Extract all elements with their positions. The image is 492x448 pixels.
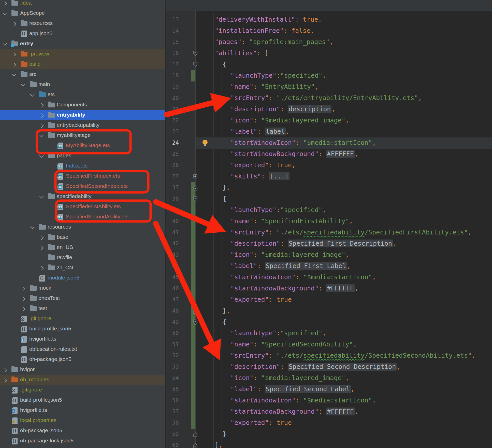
tree-item-test[interactable]: test [0, 303, 165, 314]
line-number[interactable]: 15 [166, 39, 179, 45]
code-line-13[interactable]: 13"deliveryWithInstall": true, [166, 14, 492, 25]
tree-item-mock[interactable]: mock [0, 283, 165, 293]
chevron-down-icon[interactable] [39, 194, 44, 199]
fold-expand-icon[interactable] [193, 174, 198, 179]
line-number[interactable]: 44 [166, 263, 179, 269]
line-number[interactable]: 48 [166, 307, 179, 314]
chevron-right-icon[interactable] [39, 246, 44, 250]
fold-collapse-icon[interactable] [193, 443, 198, 448]
code-line-41[interactable]: 41"srcEntry": "./ets/specifiedability/Sp… [166, 227, 492, 238]
line-number[interactable]: 20 [166, 95, 179, 101]
line-number[interactable]: 58 [166, 419, 179, 426]
tree-item-oh-package-lock-json5[interactable]: {}oh-package-lock.json5 [0, 436, 165, 446]
line-number[interactable]: 49 [166, 319, 179, 325]
code-line-47[interactable]: 47"exported": true [166, 294, 492, 305]
code-line-40[interactable]: 40"name": "SpecifiedFirstAbility", [166, 216, 492, 227]
chevron-right-icon[interactable] [12, 63, 16, 67]
code-line-26[interactable]: 26"exported": true, [166, 160, 492, 171]
chevron-right-icon[interactable] [39, 124, 44, 128]
code-line-22[interactable]: 22"icon": "$media:layered_image", [166, 115, 492, 126]
tree-item-src[interactable]: src [0, 69, 165, 79]
line-number[interactable]: 26 [166, 162, 179, 168]
folded-region[interactable]: #FFFFFF [326, 284, 354, 292]
code-line-21[interactable]: 21"description": description, [166, 104, 492, 115]
line-number[interactable]: 56 [166, 397, 179, 403]
line-number[interactable]: 13 [166, 16, 179, 23]
fold-collapse-icon[interactable] [193, 308, 198, 314]
code-line-25[interactable]: 25"startWindowBackground": #FFFFFF, [166, 149, 492, 160]
code-line-37[interactable]: 37}, [166, 182, 492, 193]
line-number[interactable]: 38 [166, 195, 179, 202]
chevron-down-icon[interactable] [30, 92, 35, 97]
fold-collapse-icon[interactable] [193, 62, 198, 67]
tree-item-specifiedfirstability-ets[interactable]: ETSSpecifiedFirstAbility.ets [0, 202, 165, 212]
code-line-52[interactable]: 52"srcEntry": "./ets/specifiedability/Sp… [166, 350, 492, 361]
line-number[interactable]: 37 [166, 184, 179, 191]
line-number[interactable]: 17 [166, 61, 179, 67]
code-line-56[interactable]: 56"startWindowIcon": "$media:startIcon", [166, 395, 492, 406]
fold-collapse-icon[interactable] [193, 196, 198, 202]
line-number[interactable]: 25 [166, 151, 179, 157]
code-line-38[interactable]: 38{ [166, 193, 492, 205]
code-line-53[interactable]: 53"description": Specified Second Descri… [166, 361, 492, 373]
line-number[interactable]: 40 [166, 218, 179, 224]
code-line-48[interactable]: 48}, [166, 305, 492, 317]
tree-item-components[interactable]: Components [0, 100, 165, 110]
chevron-down-icon[interactable] [30, 225, 35, 229]
folded-region[interactable]: Specified First Description [288, 240, 393, 247]
chevron-down-icon[interactable] [3, 41, 7, 46]
chevron-right-icon[interactable] [39, 266, 44, 271]
tree-item-myabilitystage[interactable]: myabilitystage [0, 130, 165, 141]
chevron-right-icon[interactable] [21, 297, 25, 301]
line-number[interactable]: 47 [166, 296, 179, 303]
tree-item-appscope[interactable]: AppScope [0, 8, 165, 18]
tree-item-ohostest[interactable]: ohosTest [0, 293, 165, 303]
line-number[interactable]: 52 [166, 352, 179, 359]
code-line-15[interactable]: 15"pages": "$profile:main_pages", [166, 37, 492, 48]
code-line-55[interactable]: 55"label": Specified Second Label, [166, 384, 492, 395]
line-number[interactable]: 60 [166, 442, 179, 448]
tree-item-build-profile-json5[interactable]: {}build-profile.json5 [0, 324, 165, 334]
code-line-44[interactable]: 44"label": Specified First Label, [166, 261, 492, 272]
folded-region[interactable]: Specified Second Label [265, 385, 351, 393]
intention-bulb-icon[interactable] [202, 140, 208, 146]
chevron-right-icon[interactable] [21, 287, 25, 291]
tree-item-rawfile[interactable]: rawfile [0, 253, 165, 263]
line-number[interactable]: 14 [166, 27, 179, 34]
tree-item-oh-package-json5[interactable]: {}oh-package.json5 [0, 354, 165, 365]
tree-item-oh-modules[interactable]: oh_modules [0, 375, 165, 385]
code-line-49[interactable]: 49{ [166, 317, 492, 328]
code-line-43[interactable]: 43"icon": "$media:layered_image", [166, 249, 492, 261]
chevron-down-icon[interactable] [21, 82, 25, 87]
line-number[interactable]: 55 [166, 386, 179, 392]
line-number[interactable]: 42 [166, 240, 179, 247]
chevron-down-icon[interactable] [39, 153, 44, 158]
tree-item-entry[interactable]: entry [0, 39, 165, 49]
tree-item-specifiedfirstindex-ets[interactable]: ETSSpecifiedFirstIndex.ets [0, 171, 165, 181]
tree-item-specifiedability[interactable]: specifiedability [0, 191, 165, 202]
chevron-right-icon[interactable] [3, 368, 7, 372]
tree-item-main[interactable]: main [0, 79, 165, 90]
line-number[interactable]: 22 [166, 117, 179, 123]
chevron-right-icon[interactable] [39, 114, 44, 118]
folded-region[interactable]: label [265, 128, 285, 135]
chevron-right-icon[interactable] [3, 2, 7, 6]
line-number[interactable]: 21 [166, 106, 179, 112]
folded-region[interactable]: #FFFFFF [326, 150, 354, 158]
tree-item-oh-package-json5[interactable]: {}oh-package.json5 [0, 426, 165, 436]
tree-item-index-ets[interactable]: ETSIndex.ets [0, 161, 165, 171]
tree-item--gitignore[interactable]: .gitignore [0, 385, 165, 395]
chevron-right-icon[interactable] [12, 22, 16, 26]
line-number[interactable]: 23 [166, 128, 179, 135]
tree-item--preview[interactable]: .preview [0, 49, 165, 59]
line-number[interactable]: 51 [166, 341, 179, 347]
code-line-54[interactable]: 54"icon": "$media:layered_image", [166, 373, 492, 384]
folded-region[interactable]: #FFFFFF [326, 408, 354, 415]
chevron-right-icon[interactable] [3, 378, 7, 383]
folded-region[interactable]: [...] [269, 172, 290, 180]
folded-region[interactable]: Specified First Label [265, 262, 347, 270]
chevron-right-icon[interactable] [39, 236, 44, 240]
folded-region[interactable]: Specified Second Description [288, 363, 397, 371]
tree-item-base[interactable]: base [0, 232, 165, 242]
tree-item-hvigorfile-ts[interactable]: TShvigorfile.ts [0, 405, 165, 415]
